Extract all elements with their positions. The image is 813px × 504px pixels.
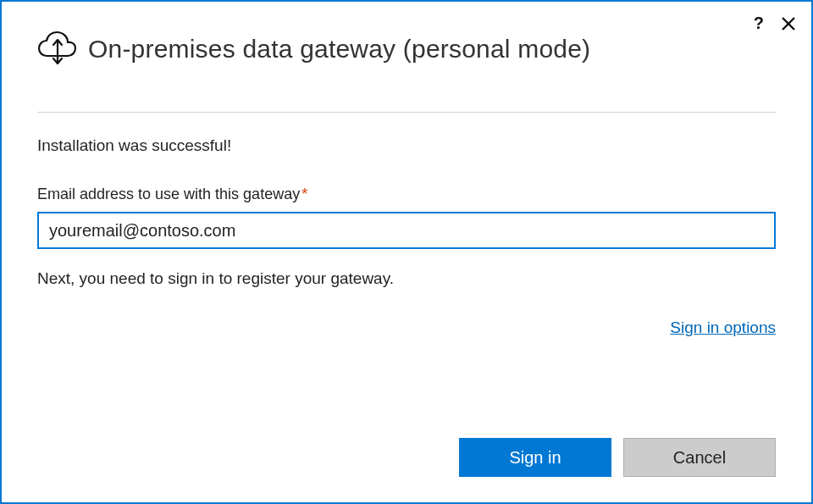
titlebar-controls: ? bbox=[754, 14, 796, 33]
button-row: Sign in Cancel bbox=[459, 438, 776, 477]
dialog-header: On-premises data gateway (personal mode) bbox=[2, 2, 811, 71]
cancel-button[interactable]: Cancel bbox=[623, 438, 776, 477]
dialog-title: On-premises data gateway (personal mode) bbox=[88, 35, 590, 64]
help-icon[interactable]: ? bbox=[754, 14, 764, 33]
install-status: Installation was successful! bbox=[37, 136, 776, 155]
email-field[interactable] bbox=[37, 212, 776, 249]
signin-options-link[interactable]: Sign in options bbox=[670, 318, 776, 336]
email-label: Email address to use with this gateway* bbox=[37, 186, 776, 203]
instruction-text: Next, you need to sign in to register yo… bbox=[37, 269, 776, 288]
dialog-content: Installation was successful! Email addre… bbox=[2, 113, 811, 337]
gateway-installer-window: ? On-premises data gateway (personal mod… bbox=[0, 0, 813, 504]
close-icon[interactable] bbox=[781, 16, 796, 31]
link-row: Sign in options bbox=[37, 318, 776, 337]
email-label-text: Email address to use with this gateway bbox=[37, 186, 300, 202]
cloud-gateway-icon bbox=[37, 27, 78, 71]
signin-button[interactable]: Sign in bbox=[459, 438, 611, 477]
required-asterisk: * bbox=[301, 186, 307, 202]
